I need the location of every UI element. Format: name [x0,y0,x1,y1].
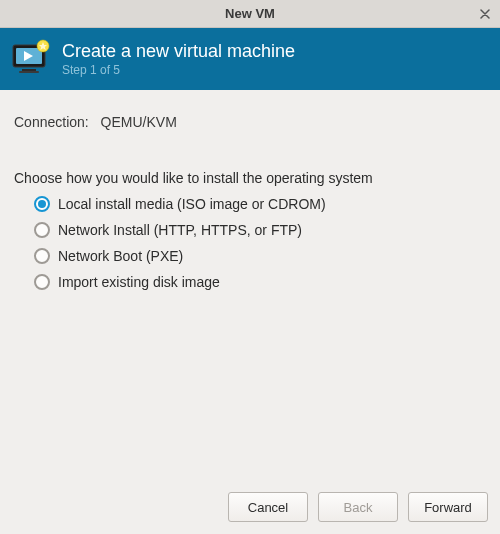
banner-text: Create a new virtual machine Step 1 of 5 [62,41,295,77]
content: Connection: QEMU/KVM Choose how you woul… [0,90,500,482]
footer: Cancel Back Forward [0,482,500,534]
vm-icon [10,38,52,80]
close-icon[interactable] [478,7,492,21]
banner: Create a new virtual machine Step 1 of 5 [0,28,500,90]
radio-icon [34,196,50,212]
connection-value: QEMU/KVM [101,114,177,130]
option-label: Local install media (ISO image or CDROM) [58,196,326,212]
titlebar: New VM [0,0,500,28]
svg-rect-3 [22,69,36,71]
radio-icon [34,274,50,290]
option-label: Network Install (HTTP, HTTPS, or FTP) [58,222,302,238]
option-network-install[interactable]: Network Install (HTTP, HTTPS, or FTP) [34,222,486,238]
option-network-boot[interactable]: Network Boot (PXE) [34,248,486,264]
svg-rect-4 [19,71,39,73]
banner-step: Step 1 of 5 [62,63,295,77]
window-title: New VM [225,6,275,21]
connection-label: Connection: [14,114,89,130]
radio-icon [34,248,50,264]
option-label: Network Boot (PXE) [58,248,183,264]
option-label: Import existing disk image [58,274,220,290]
forward-button[interactable]: Forward [408,492,488,522]
radio-icon [34,222,50,238]
option-local-media[interactable]: Local install media (ISO image or CDROM) [34,196,486,212]
connection-row: Connection: QEMU/KVM [14,114,486,130]
back-button[interactable]: Back [318,492,398,522]
install-options: Local install media (ISO image or CDROM)… [34,196,486,290]
option-import-disk[interactable]: Import existing disk image [34,274,486,290]
cancel-button[interactable]: Cancel [228,492,308,522]
banner-title: Create a new virtual machine [62,41,295,62]
install-method-prompt: Choose how you would like to install the… [14,170,486,186]
